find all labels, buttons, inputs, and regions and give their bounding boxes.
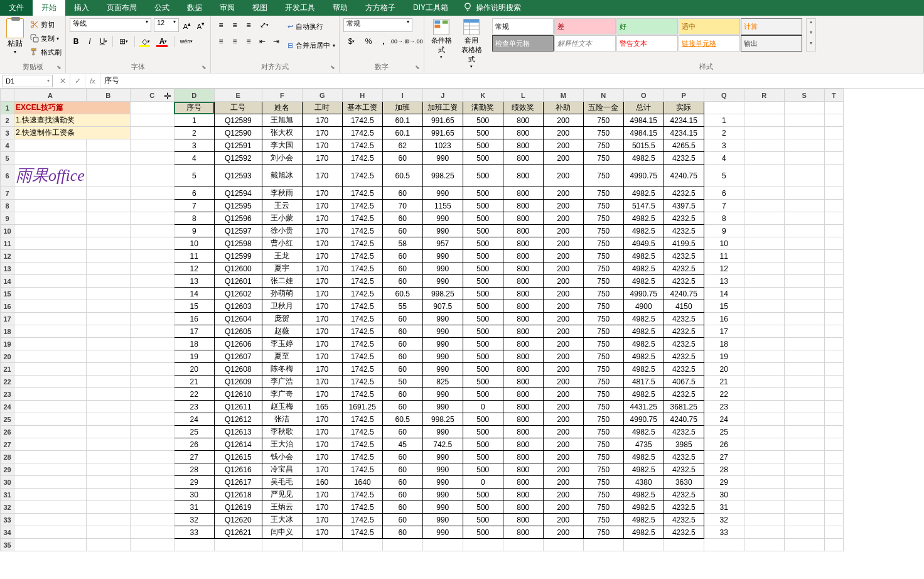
cell-C20[interactable]: [130, 350, 174, 363]
cell-Q32[interactable]: 31: [704, 501, 744, 514]
cell-M7[interactable]: 200: [543, 187, 583, 200]
cell-E6[interactable]: Q12593: [214, 165, 262, 187]
cell-A32[interactable]: [14, 501, 87, 514]
cell-E26[interactable]: Q12613: [214, 426, 262, 438]
cell-M9[interactable]: 200: [543, 212, 583, 225]
cell-K6[interactable]: 500: [463, 165, 503, 187]
col-header-R[interactable]: R: [744, 89, 784, 102]
cell-Q34[interactable]: 33: [704, 526, 744, 539]
cell-G21[interactable]: 170: [302, 363, 342, 376]
cell-M6[interactable]: 200: [543, 165, 583, 187]
cell-D26[interactable]: 25: [174, 426, 214, 438]
cell-R33[interactable]: [744, 514, 784, 526]
cell-C12[interactable]: [130, 250, 174, 262]
cell-F31[interactable]: 严见见: [262, 489, 302, 501]
cell-Q20[interactable]: 19: [704, 350, 744, 363]
cell-I14[interactable]: 60: [382, 275, 422, 288]
col-header-E[interactable]: E: [214, 89, 262, 102]
cell-B16[interactable]: [86, 300, 130, 313]
cell-N21[interactable]: 750: [583, 363, 623, 376]
cell-P32[interactable]: 4232.5: [663, 501, 704, 514]
cell-T15[interactable]: [824, 288, 843, 300]
cell-L1[interactable]: 绩效奖: [503, 102, 543, 114]
cell-J4[interactable]: 1023: [422, 139, 463, 152]
row-header-18[interactable]: 18: [1, 325, 14, 338]
cell-P7[interactable]: 4232.5: [663, 187, 704, 200]
cell-J32[interactable]: 990: [422, 501, 463, 514]
cell-N18[interactable]: 750: [583, 325, 623, 338]
cell-N29[interactable]: 750: [583, 463, 623, 476]
cell-C18[interactable]: [130, 325, 174, 338]
cell-H34[interactable]: 1742.5: [342, 526, 382, 539]
cell-H12[interactable]: 1742.5: [342, 250, 382, 262]
cell-T3[interactable]: [824, 127, 843, 139]
cell-C29[interactable]: [130, 463, 174, 476]
cell-N7[interactable]: 750: [583, 187, 623, 200]
cell-F14[interactable]: 张二娃: [262, 275, 302, 288]
cell-A14[interactable]: [14, 275, 87, 288]
cell-H22[interactable]: 1742.5: [342, 376, 382, 388]
col-header-P[interactable]: P: [663, 89, 704, 102]
cell-S30[interactable]: [784, 476, 824, 489]
cell-S5[interactable]: [784, 152, 824, 165]
cell-O7[interactable]: 4982.5: [623, 187, 663, 200]
cell-H9[interactable]: 1742.5: [342, 212, 382, 225]
cell-H2[interactable]: 1742.5: [342, 114, 382, 127]
cell-R3[interactable]: [744, 127, 784, 139]
cell-K23[interactable]: 500: [463, 388, 503, 401]
cell-R16[interactable]: [744, 300, 784, 313]
cell-E31[interactable]: Q12618: [214, 489, 262, 501]
tell-me-search[interactable]: 操作说明搜索: [457, 3, 527, 13]
cell-R26[interactable]: [744, 426, 784, 438]
cell-T18[interactable]: [824, 325, 843, 338]
cell-N26[interactable]: 750: [583, 426, 623, 438]
cell-L18[interactable]: 800: [503, 325, 543, 338]
cell-M27[interactable]: 200: [543, 438, 583, 451]
cell-Q1[interactable]: [704, 102, 744, 114]
cell-M26[interactable]: 200: [543, 426, 583, 438]
cell-P15[interactable]: 4240.75: [663, 288, 704, 300]
cell-B9[interactable]: [86, 212, 130, 225]
cell-T1[interactable]: [824, 102, 843, 114]
cell-R10[interactable]: [744, 225, 784, 237]
cell-R4[interactable]: [744, 139, 784, 152]
cell-M3[interactable]: 200: [543, 127, 583, 139]
cell-E22[interactable]: Q12609: [214, 376, 262, 388]
cell-R24[interactable]: [744, 401, 784, 413]
cell-H35[interactable]: [342, 539, 382, 551]
cell-K1[interactable]: 满勤奖: [463, 102, 503, 114]
cell-N1[interactable]: 五险一金: [583, 102, 623, 114]
cell-I8[interactable]: 70: [382, 200, 422, 212]
cell-I13[interactable]: 60: [382, 262, 422, 275]
cell-B28[interactable]: [86, 451, 130, 463]
cell-A12[interactable]: [14, 250, 87, 262]
cell-H6[interactable]: 1742.5: [342, 165, 382, 187]
cell-G27[interactable]: 170: [302, 438, 342, 451]
cell-E34[interactable]: Q12621: [214, 526, 262, 539]
cell-T31[interactable]: [824, 489, 843, 501]
cell-G13[interactable]: 170: [302, 262, 342, 275]
cell-R6[interactable]: [744, 165, 784, 187]
cell-J21[interactable]: 990: [422, 363, 463, 376]
cell-P1[interactable]: 实际: [663, 102, 704, 114]
cell-P11[interactable]: 4199.5: [663, 237, 704, 250]
cell-N17[interactable]: 750: [583, 313, 623, 325]
cell-S22[interactable]: [784, 376, 824, 388]
cell-H26[interactable]: 1742.5: [342, 426, 382, 438]
cell-A33[interactable]: [14, 514, 87, 526]
cell-Q25[interactable]: 24: [704, 413, 744, 426]
cell-A19[interactable]: [14, 338, 87, 350]
paste-button[interactable]: 粘贴 ▾: [4, 18, 26, 55]
cell-A17[interactable]: [14, 313, 87, 325]
cell-I17[interactable]: 60: [382, 313, 422, 325]
cell-C34[interactable]: [130, 526, 174, 539]
cell-N27[interactable]: 750: [583, 438, 623, 451]
cell-N6[interactable]: 750: [583, 165, 623, 187]
cell-E21[interactable]: Q12608: [214, 363, 262, 376]
percent-button[interactable]: %: [362, 35, 375, 48]
cell-D32[interactable]: 31: [174, 501, 214, 514]
cell-Q19[interactable]: 18: [704, 338, 744, 350]
row-header-29[interactable]: 29: [1, 463, 14, 476]
cell-R23[interactable]: [744, 388, 784, 401]
col-header-B[interactable]: B: [86, 89, 130, 102]
